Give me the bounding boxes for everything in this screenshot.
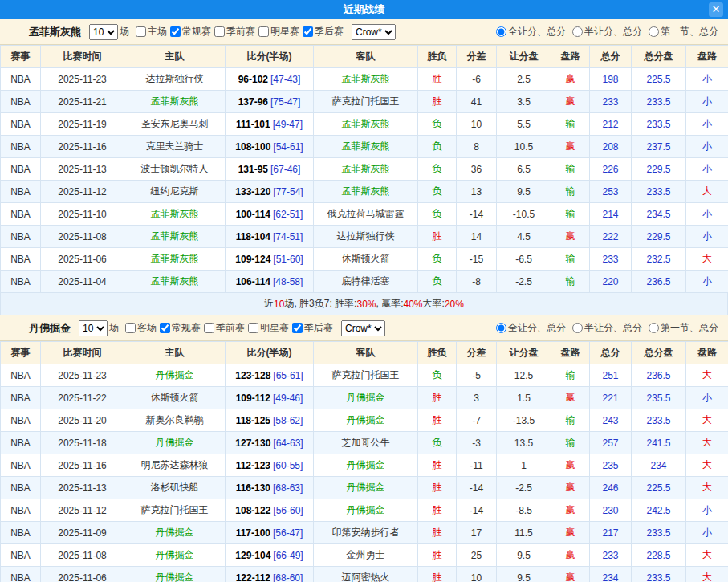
handicap-result-cell: 赢: [551, 226, 590, 248]
date-cell: 2025-11-12: [41, 181, 124, 203]
team-name-label: 孟菲斯灰熊: [29, 25, 81, 39]
score-cell: 109-112[49-46]: [226, 387, 314, 409]
date-cell: 2025-11-08: [41, 544, 124, 567]
odds-mode-radio-input[interactable]: [572, 323, 583, 333]
over-under-cell: 小: [686, 499, 728, 522]
filter-checkbox[interactable]: 常规赛: [157, 321, 201, 335]
column-header: 让分盘: [497, 342, 551, 364]
game-row: NBA2025-11-08孟菲斯灰熊118-104[74-51]达拉斯独行侠胜1…: [1, 226, 728, 248]
date-cell: 2025-11-06: [41, 248, 124, 271]
full-time-score: 106-114: [236, 276, 270, 287]
score-cell: 133-120[77-54]: [226, 181, 314, 203]
filter-checkbox-input[interactable]: [214, 26, 225, 37]
result-cell: 胜: [418, 522, 457, 544]
filter-checkbox[interactable]: 季前赛: [201, 321, 245, 335]
summary-text: 大率:: [423, 297, 445, 311]
handicap-result-cell: 输: [551, 113, 590, 136]
odds-mode-radio-input[interactable]: [572, 26, 583, 37]
total-line-cell: 236.5: [632, 364, 686, 387]
column-header: 盘路: [686, 342, 728, 364]
date-cell: 2025-11-16: [41, 454, 124, 477]
filter-checkbox[interactable]: 主场: [132, 25, 167, 39]
odds-mode-radio[interactable]: 全让分、总分: [493, 321, 566, 335]
total-points-cell: 257: [590, 432, 632, 454]
filter-checkbox-input[interactable]: [258, 26, 269, 37]
odds-mode-radio[interactable]: 半让分、总分: [569, 25, 642, 39]
odds-mode-radio-group: 全让分、总分半让分、总分第一节、总分: [493, 25, 718, 39]
filter-checkbox-input[interactable]: [160, 323, 170, 333]
half-time-score: [51-60]: [273, 254, 303, 265]
odds-mode-radio[interactable]: 半让分、总分: [569, 321, 642, 335]
odds-mode-radio-input[interactable]: [649, 26, 659, 37]
games-count-select[interactable]: 10: [79, 320, 108, 336]
odds-mode-radio[interactable]: 第一节、总分: [645, 25, 718, 39]
filter-checkbox[interactable]: 常规赛: [167, 25, 211, 39]
point-diff-cell: -15: [457, 248, 497, 271]
odds-mode-radio-input[interactable]: [496, 26, 506, 37]
filter-checkbox-input[interactable]: [248, 323, 258, 333]
score-cell: 137-96[75-47]: [226, 91, 314, 113]
total-line-cell: 233.5: [632, 113, 686, 136]
total-line-cell: 236.5: [632, 271, 686, 293]
filter-checkbox-input[interactable]: [204, 323, 214, 333]
result-cell: 负: [418, 113, 457, 136]
filter-checkbox[interactable]: 季前赛: [211, 25, 255, 39]
bookmaker-select[interactable]: Crow*: [341, 320, 385, 336]
filter-checkbox[interactable]: 季后赛: [299, 25, 344, 39]
handicap-result-cell: 输: [551, 203, 590, 226]
filter-checkbox[interactable]: 明星赛: [245, 321, 289, 335]
total-points-cell: 214: [590, 203, 632, 226]
handicap-result-cell: 赢: [551, 68, 590, 91]
odds-mode-radio-input[interactable]: [496, 323, 506, 333]
league-cell: NBA: [1, 91, 41, 113]
result-cell: 负: [418, 203, 457, 226]
result-cell: 胜: [418, 91, 457, 113]
filter-checkbox-input[interactable]: [136, 26, 146, 37]
filter-checkbox[interactable]: 明星赛: [255, 25, 299, 39]
over-under-cell: 大: [686, 432, 728, 454]
date-cell: 2025-11-23: [41, 68, 124, 91]
point-diff-cell: -7: [457, 409, 497, 432]
home-team-cell: 圣安东尼奥马刺: [124, 113, 226, 136]
filter-checkbox-input[interactable]: [125, 323, 136, 333]
home-team-cell: 丹佛掘金: [124, 544, 226, 567]
odds-mode-radio[interactable]: 第一节、总分: [645, 321, 718, 335]
column-header: 比分(半场): [226, 46, 314, 68]
handicap-result-cell: 输: [551, 409, 590, 432]
column-header: 赛事: [1, 342, 41, 364]
filter-checkbox-group: 主场常规赛季前赛明星赛季后赛: [132, 25, 344, 39]
close-icon[interactable]: ✕: [709, 2, 723, 17]
over-under-cell: 小: [686, 387, 728, 409]
filter-checkbox[interactable]: 季后赛: [289, 321, 333, 335]
odds-mode-radio[interactable]: 全让分、总分: [493, 25, 566, 39]
point-diff-cell: 13: [457, 181, 497, 203]
filter-checkbox[interactable]: 客场: [122, 321, 157, 335]
total-line-cell: 229.5: [632, 158, 686, 181]
handicap-result-cell: 输: [551, 364, 590, 387]
bookmaker-select[interactable]: Crow*: [352, 24, 396, 40]
half-time-score: [65-61]: [273, 370, 303, 381]
column-header: 主队: [124, 46, 226, 68]
summary-row: 近 10 场, 胜3负7: 胜率: 30%, 赢率: 40% 大率: 20%: [0, 293, 728, 315]
handicap-result-cell: 赢: [551, 522, 590, 544]
games-unit-label: 场: [120, 25, 129, 39]
total-line-cell: 237.5: [632, 136, 686, 158]
total-line-cell: 234.5: [632, 203, 686, 226]
games-count-select[interactable]: 10: [89, 24, 118, 40]
away-team-cell: 孟菲斯灰熊: [314, 68, 418, 91]
filter-checkbox-input[interactable]: [303, 26, 313, 37]
over-under-cell: 小: [686, 91, 728, 113]
over-under-cell: 小: [686, 113, 728, 136]
total-points-cell: 233: [590, 544, 632, 567]
score-cell: 117-100[56-47]: [226, 522, 314, 544]
half-time-score: [54-61]: [273, 141, 303, 153]
total-line-cell: 241.5: [632, 432, 686, 454]
games-unit-label: 场: [109, 321, 119, 335]
odds-mode-radio-input[interactable]: [649, 323, 659, 333]
home-team-cell: 明尼苏达森林狼: [124, 454, 226, 477]
results-table: 赛事比赛时间主队比分(半场)客队胜负分差让分盘盘路总分总分盘盘路 NBA2025…: [0, 341, 728, 582]
point-diff-cell: -8: [457, 271, 497, 293]
over-under-cell: 大: [686, 454, 728, 477]
filter-checkbox-input[interactable]: [170, 26, 181, 37]
filter-checkbox-input[interactable]: [292, 323, 303, 333]
